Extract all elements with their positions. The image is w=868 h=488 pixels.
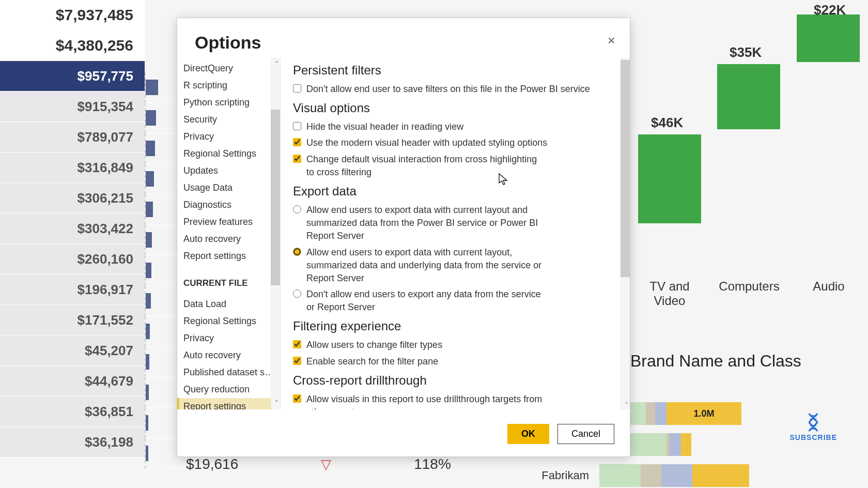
sidebar-item[interactable]: Updates — [177, 162, 280, 179]
opt-visual-1[interactable]: Use the modern visual header with update… — [293, 136, 619, 149]
scroll-up-icon[interactable]: ˄ — [275, 60, 278, 68]
opt-export-0[interactable]: Allow end users to export data with curr… — [293, 204, 619, 243]
value-row[interactable]: $7,937,485 — [0, 0, 145, 30]
section-visual-heading: Visual options — [293, 101, 619, 115]
sidebar-item[interactable]: Report settings — [177, 248, 280, 265]
dialog-title: Options — [195, 33, 261, 53]
sidebar-item[interactable]: Diagnostics — [177, 196, 280, 213]
close-button[interactable]: × — [603, 33, 619, 49]
cancel-button[interactable]: Cancel — [557, 424, 614, 444]
bottom-metrics: $19,616 ▽ 118% — [186, 456, 451, 472]
sidebar-item[interactable]: DirectQuery — [177, 60, 280, 77]
opt-crossreport-0[interactable]: Allow visuals in this report to use dril… — [293, 393, 619, 409]
spark-bar — [146, 385, 149, 400]
sidebar-item[interactable]: Report settings — [177, 398, 280, 409]
close-icon: × — [608, 33, 615, 48]
value-row[interactable]: $36,198 — [0, 427, 145, 457]
checkbox[interactable] — [293, 357, 301, 365]
options-sidebar: DirectQueryR scriptingPython scriptingSe… — [177, 58, 281, 409]
value-row[interactable]: $196,917 — [0, 274, 145, 305]
value-row[interactable]: $306,215 — [0, 183, 145, 213]
stacked-segment — [646, 402, 655, 425]
opt-filtering-1[interactable]: Enable search for the filter pane — [293, 355, 619, 368]
value-row[interactable]: $45,207 — [0, 335, 145, 366]
dna-icon — [802, 411, 824, 433]
scroll-down-icon[interactable]: ˅ — [275, 399, 278, 407]
sidebar-item[interactable]: Security — [177, 111, 280, 128]
chart-cat-0: TV and Video — [633, 279, 706, 308]
spark-bar — [146, 263, 151, 278]
value-row[interactable]: $789,077 — [0, 122, 145, 152]
sidebar-item[interactable]: Regional Settings — [177, 313, 280, 330]
value-row[interactable]: $915,354 — [0, 91, 145, 122]
section-crossreport-heading: Cross-report drillthrough — [293, 373, 619, 388]
sidebar-item[interactable]: R scripting — [177, 77, 280, 94]
value-row[interactable]: $171,552 — [0, 305, 145, 335]
chart-cat-1: Computers — [713, 279, 785, 294]
sidebar-scrollbar[interactable]: ˄ ˅ — [271, 58, 280, 409]
main-scroll-thumb[interactable] — [621, 60, 630, 277]
opt-persistent-0[interactable]: Don't allow end user to save filters on … — [293, 83, 619, 96]
spark-bar — [146, 202, 153, 217]
chart-label-1: $35K — [730, 44, 762, 60]
sidebar-item[interactable]: Regional Settings — [177, 145, 280, 162]
main-scrollbar[interactable]: ˄ ˅ — [621, 58, 630, 409]
opt-filtering-0[interactable]: Allow users to change filter types — [293, 339, 619, 352]
radio[interactable] — [293, 205, 301, 213]
opt-export-2[interactable]: Don't allow end users to export any data… — [293, 288, 619, 314]
stacked-segment — [681, 433, 691, 456]
sidebar-item[interactable]: Query reduction — [177, 381, 280, 398]
sidebar-scroll-thumb[interactable] — [271, 110, 280, 285]
spark-bar — [146, 354, 149, 370]
opt-visual-2[interactable]: Change default visual interaction from c… — [293, 153, 619, 179]
radio[interactable] — [293, 289, 301, 298]
stacked-segment — [599, 464, 641, 487]
spark-bar — [146, 80, 158, 95]
section-filtering-heading: Filtering experience — [293, 319, 619, 333]
metric-amount: $19,616 — [186, 456, 238, 472]
sidebar-item[interactable]: Auto recovery — [177, 347, 280, 364]
sidebar-item[interactable]: Preview features — [177, 213, 280, 231]
spark-bar — [146, 171, 154, 187]
sidebar-item[interactable]: Usage Data — [177, 179, 280, 196]
sidebar-item[interactable]: Python scripting — [177, 94, 280, 111]
chart-cat-2: Audio — [793, 279, 865, 294]
spark-bar — [146, 324, 150, 339]
scroll-down-icon[interactable]: ˅ — [625, 401, 628, 409]
opt-export-1[interactable]: Allow end users to export data with curr… — [293, 246, 619, 285]
sidebar-item[interactable]: Auto recovery — [177, 231, 280, 248]
value-row[interactable]: $36,851 — [0, 396, 145, 427]
ok-button[interactable]: OK — [507, 424, 549, 444]
stacked-title: Brand Name and Class — [630, 352, 801, 371]
value-row[interactable]: $316,849 — [0, 152, 145, 183]
sidebar-item[interactable]: Privacy — [177, 330, 280, 347]
checkbox[interactable] — [293, 84, 301, 93]
stacked-segment — [641, 464, 661, 487]
sidebar-item[interactable]: Privacy — [177, 128, 280, 145]
checkbox[interactable] — [293, 340, 301, 348]
stacked-segment — [661, 464, 692, 487]
value-table: $7,937,485$4,380,256$957,775$915,354$789… — [0, 0, 145, 457]
subscribe-badge: SUBSCRIBE — [790, 411, 837, 441]
radio[interactable] — [293, 248, 301, 256]
checkbox[interactable] — [293, 155, 301, 163]
checkbox[interactable] — [293, 394, 301, 403]
checkbox[interactable] — [293, 138, 301, 146]
sidebar-item[interactable]: Published dataset set… — [177, 364, 280, 381]
sidebar-item[interactable]: Data Load — [177, 296, 280, 313]
chart-label-0: $46K — [651, 115, 683, 131]
value-row[interactable]: $4,380,256 — [0, 30, 145, 61]
value-row[interactable]: $260,160 — [0, 244, 145, 274]
metric-percent: 118% — [414, 456, 451, 472]
value-row[interactable]: $957,775 — [0, 61, 145, 91]
subscribe-label: SUBSCRIBE — [790, 433, 837, 441]
value-row[interactable]: $303,422 — [0, 213, 145, 244]
sidebar-section-header: CURRENT FILE — [177, 269, 280, 292]
value-row[interactable]: $44,679 — [0, 366, 145, 396]
checkbox[interactable] — [293, 122, 301, 130]
down-arrow-icon: ▽ — [321, 456, 331, 472]
opt-visual-0[interactable]: Hide the visual header in reading view — [293, 120, 619, 133]
spark-bar — [146, 446, 148, 461]
chart-label-2: $22K — [814, 2, 846, 18]
stacked-segment-value: 1.0M — [667, 402, 741, 425]
